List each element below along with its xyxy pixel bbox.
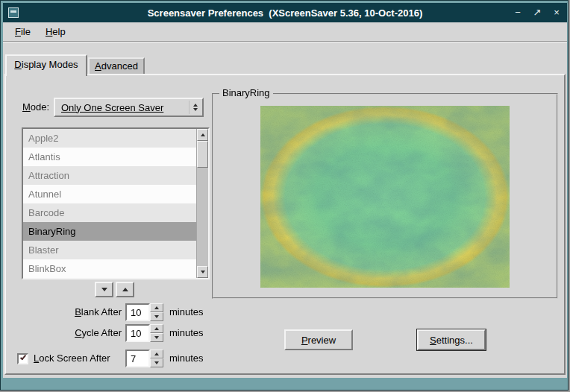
blank-after-input[interactable] bbox=[125, 303, 150, 321]
lock-screen-label: Lock Screen After bbox=[34, 350, 110, 367]
saver-list: Apple2AtlantisAttractionAtunnelBarcodeBi… bbox=[22, 127, 210, 279]
spin-down-icon[interactable] bbox=[150, 333, 163, 342]
dropdown-arrows-icon bbox=[189, 101, 201, 114]
mode-dropdown-value: Only One Screen Saver bbox=[61, 102, 163, 113]
screensaver-preview-image bbox=[260, 106, 510, 288]
scroll-down-icon[interactable] bbox=[197, 266, 208, 278]
spin-down-icon[interactable] bbox=[150, 312, 163, 321]
saver-list-item[interactable]: Blaster bbox=[23, 241, 196, 259]
maximize-icon[interactable]: ↗ bbox=[531, 7, 543, 18]
window-menu-icon[interactable] bbox=[8, 7, 19, 18]
saver-list-item[interactable]: Attraction bbox=[23, 166, 196, 185]
spin-up-icon[interactable] bbox=[150, 324, 163, 333]
xscreensaver-window: Screensaver Preferences (XScreenSaver 5.… bbox=[3, 3, 567, 378]
blank-after-label: Blank After bbox=[17, 303, 122, 321]
saver-list-item[interactable]: BinaryRing bbox=[23, 222, 196, 241]
display-modes-panel: Mode: Only One Screen Saver Apple2Atlant… bbox=[4, 74, 566, 375]
saver-list-item[interactable]: Atunnel bbox=[23, 185, 196, 203]
tab-advanced[interactable]: Advanced bbox=[88, 57, 145, 74]
mode-label: Mode: bbox=[22, 98, 49, 117]
move-down-button[interactable] bbox=[95, 282, 113, 297]
minimize-icon[interactable]: − bbox=[512, 7, 524, 18]
preview-frame-title: BinaryRing bbox=[219, 87, 273, 98]
window-frame: Screensaver Preferences (XScreenSaver 5.… bbox=[0, 0, 569, 391]
menubar: File Help bbox=[3, 22, 567, 42]
scrollbar-thumb[interactable] bbox=[197, 141, 208, 168]
saver-list-item[interactable]: BlinkBox bbox=[23, 259, 196, 278]
lock-after-unit: minutes bbox=[169, 350, 204, 367]
settings-button[interactable]: Settings... bbox=[417, 329, 486, 350]
blank-after-unit: minutes bbox=[169, 303, 204, 321]
checkmark-icon bbox=[20, 354, 26, 361]
cycle-after-unit: minutes bbox=[169, 324, 204, 342]
window-title: Screensaver Preferences (XScreenSaver 5.… bbox=[148, 7, 423, 19]
menu-file[interactable]: File bbox=[7, 24, 38, 39]
tab-display-modes[interactable]: Display Modes bbox=[5, 54, 87, 76]
cycle-after-label: Cycle After bbox=[17, 324, 122, 342]
move-up-button[interactable] bbox=[116, 282, 134, 297]
lock-after-spinbox bbox=[125, 350, 163, 367]
saver-list-rows: Apple2AtlantisAttractionAtunnelBarcodeBi… bbox=[23, 129, 196, 278]
spin-down-icon[interactable] bbox=[150, 358, 163, 367]
scroll-up-icon[interactable] bbox=[197, 129, 208, 141]
saver-list-item[interactable]: Atlantis bbox=[23, 148, 196, 166]
saver-list-item[interactable]: Barcode bbox=[23, 203, 196, 222]
saver-list-scrollbar[interactable] bbox=[196, 129, 208, 278]
blank-after-spinbox bbox=[125, 303, 163, 321]
close-icon[interactable]: × bbox=[551, 7, 563, 18]
preview-button[interactable]: Preview bbox=[284, 329, 353, 350]
saver-list-item[interactable]: Apple2 bbox=[23, 129, 196, 148]
lock-after-input[interactable] bbox=[125, 350, 150, 367]
menu-help[interactable]: Help bbox=[38, 24, 73, 39]
titlebar[interactable]: Screensaver Preferences (XScreenSaver 5.… bbox=[3, 3, 567, 22]
lock-screen-checkbox[interactable] bbox=[17, 353, 28, 364]
cycle-after-spinbox bbox=[125, 324, 163, 342]
mode-dropdown[interactable]: Only One Screen Saver bbox=[54, 98, 204, 117]
spin-up-icon[interactable] bbox=[150, 303, 163, 312]
cycle-after-input[interactable] bbox=[125, 324, 150, 342]
spin-up-icon[interactable] bbox=[150, 350, 163, 358]
preview-frame: BinaryRing bbox=[212, 93, 558, 299]
